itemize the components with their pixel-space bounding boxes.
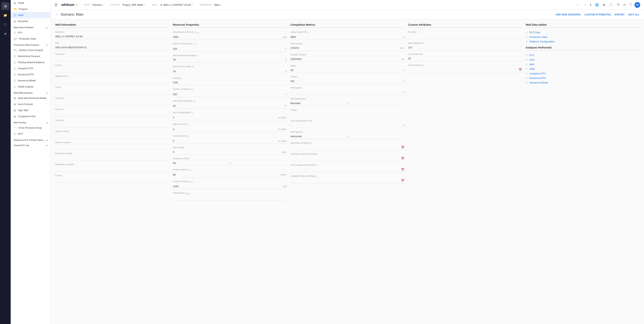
- nav-fwd-btn[interactable]: →: [582, 2, 587, 7]
- numerical-rta-link[interactable]: Numerical RTA: [530, 77, 546, 80]
- rig-date-input[interactable]: [290, 157, 401, 160]
- sidebar-item-numerical-rta[interactable]: ⬡ Numerical RTA: [11, 72, 50, 78]
- init-pres-input[interactable]: [173, 35, 282, 39]
- sidebar-item-analytical-rta[interactable]: ⬡ Analytical RTA: [11, 65, 50, 72]
- stages-input[interactable]: [290, 68, 402, 72]
- bhp-link[interactable]: BHP: [530, 63, 535, 66]
- sidebar-icon-scenarios[interactable]: ◈: [2, 30, 9, 37]
- grid-btn[interactable]: ⊞: [602, 2, 606, 7]
- sidebar-item-fields[interactable]: ⊞ Fields: [11, 0, 50, 6]
- pvt-data-link[interactable]: PVT Data: [530, 31, 540, 34]
- frac-height-input[interactable]: [173, 70, 284, 73]
- section-virtual-pvt[interactable]: Virtual PVT Lab ▾: [11, 142, 50, 148]
- shale-density-input[interactable]: [173, 196, 286, 200]
- sidebar-icon-fields[interactable]: ⊞: [2, 2, 9, 10]
- sidebar-item-comparison-plot[interactable]: ⊞ Comparison Plot: [11, 113, 50, 120]
- sidebar-item-dfit[interactable]: ⬡ DFIT: [11, 131, 50, 137]
- edit-all-btn[interactable]: EDIT ALL: [628, 13, 640, 16]
- sidebar-item-bottomhole[interactable]: ⬡ Bottomhole Pressure: [11, 53, 50, 59]
- well-spacing: Well Spacing ft: [290, 87, 404, 95]
- water-sat-input[interactable]: [173, 104, 284, 108]
- custom-attributes-btn[interactable]: CUSTOM ATTRIBUTES: [584, 13, 611, 16]
- hamburger-btn[interactable]: ☰: [54, 3, 58, 7]
- wellbore-link[interactable]: Wellbore Configuration: [530, 40, 555, 43]
- frac-gamma-input[interactable]: [173, 139, 277, 143]
- user-avatar[interactable]: AP: [634, 2, 640, 8]
- scenario-selector[interactable]: Main ▾: [213, 3, 222, 7]
- rock-compress-input[interactable]: [173, 116, 277, 119]
- well-class-dropdown[interactable]: Bounded ▾: [290, 101, 404, 106]
- info-btn[interactable]: ℹ: [589, 2, 592, 7]
- nav-back-btn[interactable]: ←: [576, 2, 580, 7]
- sidebar-item-chow-pressure[interactable]: ⋯ Chow Pressure Group: [11, 125, 50, 131]
- sidebar-item-multi-well-num[interactable]: ⊞ Multi-well Numerical Model: [11, 95, 50, 101]
- custom-date-calendar[interactable]: 📅: [519, 68, 522, 71]
- pvt-analysis-link[interactable]: PVT: [530, 54, 534, 57]
- production-data-link[interactable]: Production Data: [530, 36, 547, 38]
- adsorption-dropdown[interactable]: No ▾: [173, 161, 286, 166]
- well-selector[interactable]: ▼ WELL-1-OSPREY 24-8H ▾: [159, 3, 194, 7]
- well-spacing-input[interactable]: [290, 90, 402, 94]
- sidebar-item-type-well[interactable]: ⊞ Type Well: [11, 107, 50, 113]
- spud-calendar-icon[interactable]: 📅: [401, 146, 404, 149]
- sidebar-item-flowing-mb[interactable]: ⬡ Flowing Material Balance: [11, 59, 50, 65]
- dca-link[interactable]: DCA: [530, 58, 535, 61]
- section-well-testing[interactable]: Well Testing ▴: [11, 120, 50, 125]
- well-info-title: Well Information: [55, 23, 169, 28]
- analytical-rta-link[interactable]: Analytical RTA: [530, 72, 546, 75]
- section-production-analysis[interactable]: Production Data Analysis ▴: [11, 42, 50, 47]
- rig-release-date: Rig Release Date (mm/dd/yyyy) 📅: [290, 153, 404, 161]
- completion-title: Completion Metrics: [290, 23, 404, 28]
- sidebar-icon-projects[interactable]: 📁: [2, 11, 9, 19]
- spud-date-input[interactable]: [290, 146, 401, 149]
- sidebar-item-projects[interactable]: 📁 Projects: [11, 6, 50, 12]
- porosity-input[interactable]: [173, 81, 286, 84]
- completion-calendar-icon[interactable]: 📅: [401, 179, 404, 182]
- lateral-length-input[interactable]: [290, 35, 402, 39]
- export-btn[interactable]: EXPORT: [615, 13, 624, 16]
- field-selector[interactable]: Permian ▾: [91, 3, 104, 7]
- tvd-input[interactable]: [290, 124, 402, 127]
- num-frac-input[interactable]: [173, 92, 284, 96]
- sidebar-item-auto-forecast[interactable]: ⊞ Auto-Forecast: [11, 101, 50, 107]
- add-scenario-btn[interactable]: ADD NEW SCENARIO: [556, 13, 581, 16]
- section-main-data[interactable]: Main Data & Models ▴: [11, 24, 50, 30]
- custom-date-input[interactable]: [408, 68, 519, 71]
- completion-date-input[interactable]: [290, 179, 401, 182]
- proppant-input[interactable]: [290, 57, 400, 61]
- matrix-gamma-input[interactable]: [173, 128, 277, 131]
- help-btn[interactable]: ?: [629, 2, 632, 7]
- section-multi-well[interactable]: Multi-Well Analysis ▴: [11, 90, 50, 95]
- first-prod-date: First Production Date (mm/dd/...) 📅: [290, 164, 404, 172]
- doc-btn[interactable]: 📄: [608, 2, 614, 7]
- sidebar-item-production-data[interactable]: 📈 Production Data: [11, 36, 50, 42]
- sidebar-icon-wells[interactable]: ⬡: [2, 20, 9, 28]
- back-button[interactable]: ←: [55, 12, 59, 16]
- sidebar-item-numerical-model[interactable]: ⬡ Numerical Model: [11, 78, 50, 84]
- sidebar-item-scenarios[interactable]: ◈ Scenarios: [11, 18, 50, 24]
- section-advanced-pvt[interactable]: Advanced PVT & Phase Beha... ▴: [11, 137, 50, 142]
- first-prod-calendar-icon[interactable]: 📅: [401, 168, 404, 171]
- numerical-model-link[interactable]: Numerical Model: [530, 81, 548, 84]
- fracture-gamma: Fracture Gamma, γf 1e-4/psia: [173, 135, 286, 144]
- rig-calendar-icon[interactable]: 📅: [401, 157, 404, 160]
- res-height-input[interactable]: [173, 58, 284, 62]
- water-salinity-input[interactable]: [173, 150, 282, 154]
- first-prod-input[interactable]: [290, 167, 401, 171]
- fmb-link[interactable]: FMB: [530, 68, 535, 70]
- sidebar-item-pvt[interactable]: ⬡ PVT: [11, 30, 50, 36]
- res-temp-input[interactable]: [173, 47, 284, 51]
- globe-btn[interactable]: 🌐: [594, 2, 600, 7]
- sidebar-item-nodal[interactable]: ⬡ Nodal Analysis: [11, 84, 50, 90]
- project-selector[interactable]: Project_SPE Wells ▾: [121, 3, 146, 7]
- clusters-input[interactable]: [290, 79, 402, 83]
- pencil-btn[interactable]: ✏: [623, 2, 627, 7]
- temp-btn[interactable]: °F: [616, 2, 620, 7]
- sidebar-item-wells[interactable]: ⬡ Wells: [11, 12, 50, 18]
- trajectory-dropdown[interactable]: Horizontal ▾: [290, 134, 404, 139]
- langmuir-vol-input[interactable]: [173, 173, 279, 176]
- chevron-production: ▴: [46, 44, 48, 46]
- fluid-pumped-input[interactable]: [290, 46, 399, 50]
- langmuir-pres-input[interactable]: [173, 184, 282, 188]
- sidebar-item-decline-curve[interactable]: 📉 Decline Curve Analysis: [11, 47, 50, 53]
